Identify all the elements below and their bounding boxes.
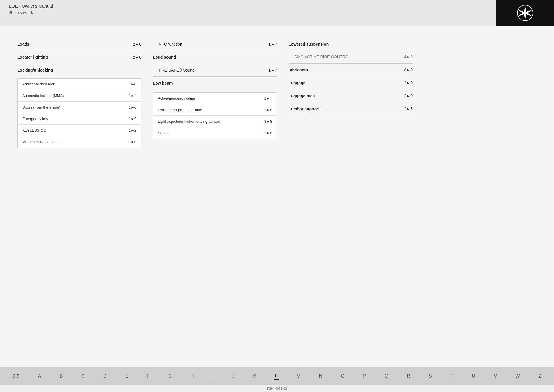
manual-title: EQE - Owner's Manual (9, 3, 53, 8)
entry-luggage-label: Luggage (289, 81, 305, 85)
sub-entry-activating-deactivating-label: Activating/deactivating (158, 96, 195, 100)
entry-luggage-page: 2►0 (404, 81, 413, 85)
footer-code: F294 0066 02 (0, 385, 554, 392)
entry-loads-label: Loads (17, 42, 29, 46)
main-content: Loads 2►0 Locator lighting 2►8 Locking/u… (0, 26, 554, 367)
entry-lubricants-page: 8►0 (404, 68, 413, 72)
entry-lowered-suspension-label: Lowered suspension (289, 42, 329, 46)
entry-loud-sound-label: Loud sound (153, 55, 176, 59)
alphabet-bar: 0-9 A B C D E F G H I J K L M N O P Q R … (0, 367, 554, 385)
alpha-U[interactable]: U (471, 373, 477, 379)
alpha-A[interactable]: A (37, 373, 42, 379)
entry-low-beam-label: Low beam (153, 81, 173, 85)
alpha-S[interactable]: S (428, 373, 433, 379)
alpha-L-active[interactable]: L (274, 372, 279, 380)
sub-entry-doors-inside[interactable]: Doors (from the inside) 1►0 (18, 102, 141, 113)
sub-entry-automatic-locking[interactable]: Automatic locking (MMS) 1►4 (18, 90, 141, 102)
entry-locator-lighting-label: Locator lighting (17, 55, 48, 59)
entry-loads-page: 2►0 (133, 42, 141, 46)
sub-entry-keyless-go-label: KEYLESS-GO (22, 128, 46, 132)
sub-entry-left-right-traffic[interactable]: Left-hand/right-hand traffic 2►8 (153, 104, 277, 116)
sub-entry-automatic-locking-page: 1►4 (129, 94, 136, 98)
entry-nfc-function[interactable]: NFC function 1►7 (153, 38, 277, 51)
alpha-E[interactable]: E (124, 373, 130, 379)
alpha-F[interactable]: F (146, 373, 151, 379)
entry-lowered-suspension[interactable]: Lowered suspension (289, 38, 413, 51)
sub-entry-keyless-go[interactable]: KEYLESS-GO 1►2 (18, 125, 141, 136)
alpha-N[interactable]: N (318, 373, 323, 379)
sub-entry-keyless-go-page: 1►2 (129, 128, 136, 132)
entry-lubricants[interactable]: lubricants 8►0 (289, 64, 413, 76)
entry-nfc-function-page: 1►7 (269, 42, 277, 46)
entry-amg-ride-control-label: AMG ACTIVE RIDE CONTROL (294, 55, 351, 59)
entry-lumbar-support[interactable]: Lumbar support 2►5 (289, 102, 413, 115)
entry-lubricants-label: lubricants (289, 68, 308, 72)
breadcrumb-current: L (31, 10, 33, 14)
alpha-I[interactable]: I (211, 373, 215, 379)
alpha-D[interactable]: D (102, 373, 108, 379)
home-icon[interactable] (9, 10, 13, 14)
sub-entry-setting[interactable]: Setting 2►8 (153, 127, 277, 139)
entry-locking-unlocking-label: Locking/unlocking (17, 68, 53, 72)
alpha-T[interactable]: T (449, 373, 454, 379)
alpha-O[interactable]: O (340, 373, 345, 379)
svg-point-7 (524, 12, 527, 14)
entry-presafe-sound[interactable]: PRE-SAFE® Sound 1►7 (153, 64, 277, 77)
locking-sub-section: Additional door lock 1►0 Automatic locki… (17, 78, 141, 148)
entry-locking-unlocking[interactable]: Locking/unlocking (17, 64, 141, 75)
mercedes-star-icon (516, 4, 534, 22)
sub-entry-light-adjustment-abroad[interactable]: Light adjustment when driving abroad 3►8 (153, 116, 277, 127)
entry-loads[interactable]: Loads 2►0 (17, 38, 141, 51)
entry-presafe-sound-page: 1►7 (269, 68, 277, 72)
entry-luggage-rack[interactable]: Luggage rack 2►0 (289, 89, 413, 102)
alpha-H[interactable]: H (189, 373, 195, 379)
sub-entry-emergency-key[interactable]: Emergency key 1►9 (18, 113, 141, 125)
alpha-R[interactable]: R (406, 373, 411, 379)
alpha-Z[interactable]: Z (537, 373, 542, 379)
sub-entry-setting-label: Setting (158, 131, 169, 135)
alpha-K[interactable]: K (252, 373, 257, 379)
entry-presafe-sound-label: PRE-SAFE® Sound (159, 68, 195, 72)
sub-entry-automatic-locking-label: Automatic locking (MMS) (22, 94, 64, 98)
entry-luggage-rack-page: 2►0 (404, 94, 413, 98)
sub-entry-activating-deactivating[interactable]: Activating/deactivating 2►7 (153, 93, 277, 104)
sub-entry-activating-deactivating-page: 2►7 (264, 96, 272, 100)
entry-locator-lighting[interactable]: Locator lighting 2►8 (17, 51, 141, 64)
alpha-V[interactable]: V (493, 373, 498, 379)
mercedes-logo (496, 0, 554, 26)
breadcrumb-index[interactable]: Index (17, 10, 27, 14)
sub-entry-doors-inside-label: Doors (from the inside) (22, 105, 60, 109)
sub-entry-light-adjustment-abroad-page: 3►8 (264, 119, 272, 124)
mid-column: NFC function 1►7 Loud sound PRE-SAFE® So… (153, 38, 277, 151)
sub-entry-setting-page: 2►8 (264, 131, 272, 135)
entry-luggage[interactable]: Luggage 2►0 (289, 76, 413, 89)
alpha-B[interactable]: B (59, 373, 64, 379)
sub-entry-additional-door-lock-page: 1►0 (129, 82, 136, 86)
entry-locator-lighting-page: 2►8 (133, 55, 141, 59)
alpha-C[interactable]: C (80, 373, 86, 379)
breadcrumb: › Index › L (9, 10, 53, 14)
alpha-W[interactable]: W (514, 373, 521, 379)
entry-lumbar-support-label: Lumbar support (289, 107, 319, 111)
entry-loud-sound[interactable]: Loud sound (153, 51, 277, 64)
alpha-J[interactable]: J (231, 373, 236, 379)
left-column: Loads 2►0 Locator lighting 2►8 Locking/u… (17, 38, 141, 151)
entry-amg-ride-control[interactable]: AMG ACTIVE RIDE CONTROL 4►0 (289, 51, 413, 64)
entry-low-beam[interactable]: Low beam (153, 77, 277, 89)
sub-entry-emergency-key-label: Emergency key (22, 117, 48, 121)
sub-entry-mercedes-benz-connect-label: Mercedes-Benz Connect (22, 140, 63, 144)
sub-entry-left-right-traffic-page: 2►8 (264, 108, 272, 112)
alpha-P[interactable]: P (362, 373, 367, 379)
alpha-09[interactable]: 0-9 (12, 373, 20, 379)
alpha-M[interactable]: M (295, 373, 302, 379)
header: EQE - Owner's Manual › Index › L (0, 0, 554, 26)
header-left: EQE - Owner's Manual › Index › L (9, 3, 53, 14)
sub-entry-doors-inside-page: 1►0 (129, 105, 136, 109)
right-column: Lowered suspension AMG ACTIVE RIDE CONTR… (289, 38, 413, 151)
sub-entry-emergency-key-page: 1►9 (129, 117, 136, 121)
sub-entry-additional-door-lock[interactable]: Additional door lock 1►0 (18, 79, 141, 90)
sub-entry-mercedes-benz-connect[interactable]: Mercedes-Benz Connect 1►0 (18, 136, 141, 148)
alpha-Q[interactable]: Q (383, 373, 389, 379)
alpha-G[interactable]: G (167, 373, 173, 379)
sub-entry-mercedes-benz-connect-page: 1►0 (129, 140, 136, 144)
